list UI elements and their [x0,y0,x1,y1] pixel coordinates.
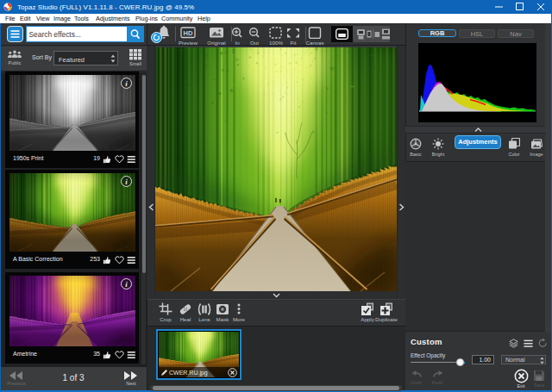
svg-text:HD: HD [184,29,193,37]
